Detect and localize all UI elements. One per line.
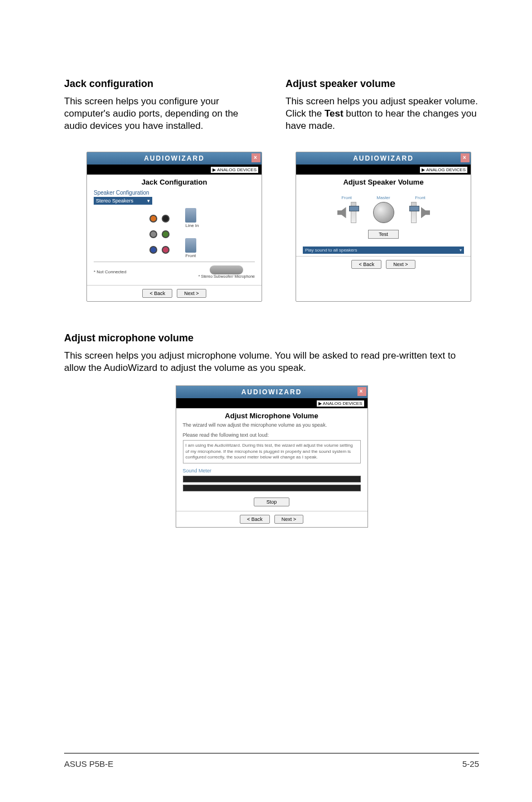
speaker-heading: Adjust speaker volume	[286, 78, 479, 90]
master-knob[interactable]	[373, 202, 394, 223]
wizard-titlebar: AUDIOWIZARD ×	[87, 152, 262, 165]
analog-devices-logo: ANALOG DEVICES	[420, 167, 467, 173]
meter-bar-left	[183, 476, 361, 482]
mic-intro-text: The wizard will now adjust the microphon…	[176, 422, 367, 428]
master-label: Master	[376, 195, 390, 200]
wizard-title: AUDIOWIZARD	[144, 154, 205, 162]
mic-panel-title: Adjust Microphone Volume	[176, 408, 367, 422]
mic-sub-text: Please read the following text out loud:	[176, 428, 367, 439]
jack-panel-title: Jack Configuration	[87, 175, 262, 189]
jack-paragraph: This screen helps you configure your com…	[64, 95, 258, 132]
analog-devices-logo: ANALOG DEVICES	[317, 400, 364, 407]
footer-left: ASUS P5B-E	[64, 759, 113, 769]
connector-icon	[210, 265, 243, 274]
speaker-panel-body: Front Master Front	[296, 189, 471, 247]
next-button[interactable]: Next >	[386, 260, 415, 269]
wizard-title: AUDIOWIZARD	[241, 388, 302, 396]
wizard-buttons: < Back Next >	[296, 256, 471, 272]
test-button[interactable]: Test	[368, 230, 399, 239]
speaker-paragraph: This screen helps you adjust speaker vol…	[286, 95, 479, 132]
logo-strip: ANALOG DEVICES	[176, 398, 367, 408]
line-in-icon	[185, 208, 196, 223]
back-button[interactable]: < Back	[240, 515, 270, 524]
stereo-sw-label: * Stereo Subwoofer/ Microphone	[199, 274, 255, 278]
sound-meter	[183, 476, 361, 491]
line-in-label: Line In	[185, 223, 199, 228]
wizard-titlebar: AUDIOWIZARD ×	[296, 152, 471, 165]
close-icon[interactable]: ×	[357, 387, 366, 396]
speaker-volume-screenshot: AUDIOWIZARD × ANALOG DEVICES Adjust Spea…	[296, 152, 471, 302]
front-right-label: Front	[415, 195, 425, 200]
footer-right: 5-25	[462, 759, 479, 769]
jack-blue[interactable]	[149, 246, 157, 254]
page-footer: ASUS P5B-E 5-25	[64, 753, 479, 769]
front-left-slider[interactable]	[351, 202, 356, 223]
sound-meter-label: Sound Meter	[176, 465, 367, 475]
mic-read-textbox: I am using the AudioWizard. During this …	[183, 440, 361, 463]
screenshots-row: AUDIOWIZARD × ANALOG DEVICES Jack Config…	[64, 152, 479, 302]
play-label: Play sound to all speakers	[305, 248, 357, 253]
chevron-down-icon: ▾	[460, 248, 462, 253]
wizard-buttons: < Back Next >	[87, 285, 262, 301]
jack-config-screenshot: AUDIOWIZARD × ANALOG DEVICES Jack Config…	[86, 152, 262, 302]
speaker-column: Adjust speaker volume This screen helps …	[286, 78, 479, 132]
speaker-right-icon	[419, 207, 430, 218]
jack-panel-body: Speaker Configuration Stereo Speakers ▾ …	[87, 189, 262, 283]
jack-column: Jack configuration This screen helps you…	[64, 78, 258, 132]
test-bold: Test	[325, 108, 344, 119]
wizard-titlebar: AUDIOWIZARD ×	[176, 386, 367, 398]
front-jack-label: Front	[185, 253, 196, 258]
front-right-col: Front	[411, 195, 430, 223]
speaker-panel-title: Adjust Speaker Volume	[296, 175, 471, 189]
speaker-area: Front Master Front	[303, 190, 464, 226]
front-right-slider[interactable]	[411, 202, 417, 223]
jack-bottom-row: * Not Connected * Stereo Subwoofer/ Micr…	[94, 265, 255, 278]
mic-heading: Adjust microphone volume	[64, 332, 479, 344]
wizard-title: AUDIOWIZARD	[353, 154, 414, 162]
jack-right-labels: Line In Front	[185, 208, 199, 258]
jack-heading: Jack configuration	[64, 78, 258, 90]
close-icon[interactable]: ×	[461, 153, 470, 162]
logo-strip: ANALOG DEVICES	[296, 165, 471, 175]
stop-button[interactable]: Stop	[254, 497, 290, 506]
mic-volume-screenshot: AUDIOWIZARD × ANALOG DEVICES Adjust Micr…	[176, 385, 368, 527]
front-left-col: Front	[337, 195, 356, 223]
jack-orange[interactable]	[149, 215, 157, 223]
jack-area: Line In Front	[94, 208, 255, 258]
play-sound-bar[interactable]: Play sound to all speakers ▾	[303, 247, 464, 254]
speaker-left-icon	[337, 207, 349, 218]
back-button[interactable]: < Back	[351, 260, 381, 269]
analog-devices-logo: ANALOG DEVICES	[211, 167, 258, 173]
speaker-config-dropdown[interactable]: Stereo Speakers ▾	[94, 197, 152, 205]
jack-gray[interactable]	[149, 230, 157, 238]
meter-bar-right	[183, 485, 361, 491]
jack-green[interactable]	[162, 230, 170, 238]
mic-paragraph: This screen helps you adjust microphone …	[64, 350, 479, 374]
close-icon[interactable]: ×	[252, 153, 260, 162]
speaker-config-label: Speaker Configuration	[94, 190, 255, 196]
jack-black[interactable]	[162, 215, 170, 223]
mic-section: Adjust microphone volume This screen hel…	[64, 332, 479, 527]
next-button[interactable]: Next >	[177, 289, 206, 298]
front-left-label: Front	[341, 195, 352, 200]
dropdown-value: Stereo Speakers	[96, 198, 133, 204]
next-button[interactable]: Next >	[274, 515, 303, 524]
wizard-buttons: < Back Next >	[176, 511, 367, 527]
not-connected-label: * Not Connected	[94, 269, 127, 274]
two-column-section: Jack configuration This screen helps you…	[64, 78, 479, 132]
logo-strip: ANALOG DEVICES	[87, 165, 262, 175]
chevron-down-icon: ▾	[147, 198, 150, 204]
back-button[interactable]: < Back	[142, 289, 172, 298]
front-jack-icon	[185, 238, 196, 253]
master-col: Master	[373, 195, 394, 223]
jack-grid	[149, 208, 170, 258]
jack-pink[interactable]	[162, 246, 170, 254]
divider	[94, 262, 255, 262]
